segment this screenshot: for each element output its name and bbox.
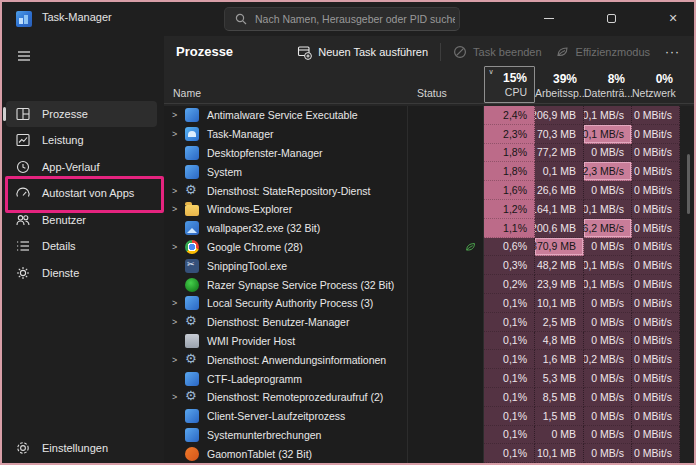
process-row[interactable]: Razer Synapse Service Process (32 Bit)0,… bbox=[164, 275, 694, 294]
expand-chevron-icon[interactable]: > bbox=[172, 129, 185, 139]
column-header-cpu[interactable]: ∨ 15%CPU bbox=[484, 66, 536, 103]
process-status-cell bbox=[408, 162, 484, 181]
column-header-name[interactable]: Name bbox=[164, 66, 408, 103]
process-rows: >Antimalware Service Executable2,4%206,9… bbox=[164, 106, 694, 463]
process-row[interactable]: >Antimalware Service Executable2,4%206,9… bbox=[164, 106, 694, 125]
disk-value-cell: 0 MB/s bbox=[584, 144, 632, 163]
process-row[interactable]: SnippingTool.exe0,3%48,2 MB0,1 MB/s0 MBi… bbox=[164, 256, 694, 275]
sidebar-item-benutzer[interactable]: Benutzer bbox=[6, 207, 157, 233]
sidebar-item-dienste[interactable]: Dienste bbox=[6, 260, 157, 286]
process-name-cell: >Task-Manager bbox=[164, 125, 408, 144]
sidebar: Prozesse Leistung App-Verlauf Autostart … bbox=[2, 36, 164, 463]
process-status-cell bbox=[408, 388, 484, 407]
process-row[interactable]: Client-Server-Laufzeitprozess0,1%1,5 MB0… bbox=[164, 407, 694, 426]
cpu-value-cell: 2,4% bbox=[484, 106, 536, 125]
process-name: Client-Server-Laufzeitprozess bbox=[207, 410, 345, 422]
app-history-icon bbox=[15, 159, 31, 175]
expand-chevron-icon[interactable]: > bbox=[172, 242, 185, 252]
process-row[interactable]: >Diensthost: StateRepository-Dienst1,6%2… bbox=[164, 181, 694, 200]
process-row[interactable]: CTF-Ladeprogramm0,1%5,3 MB0 MB/s0 MBit/s bbox=[164, 369, 694, 388]
expand-chevron-icon[interactable]: > bbox=[172, 110, 185, 120]
sidebar-item-app-verlauf[interactable]: App-Verlauf bbox=[6, 154, 157, 180]
process-status-cell bbox=[408, 332, 484, 351]
process-row[interactable]: >Google Chrome (28)0,6%1.870,9 MB0 MB/s0… bbox=[164, 238, 694, 257]
column-header-disk[interactable]: 8%Datenträ... bbox=[584, 66, 632, 103]
page-title: Prozesse bbox=[176, 44, 233, 59]
expand-chevron-icon[interactable]: > bbox=[172, 298, 185, 308]
process-name-cell: >Local Security Authority Process (3) bbox=[164, 294, 408, 313]
process-status-cell bbox=[408, 426, 484, 445]
minimize-button[interactable] bbox=[532, 2, 566, 34]
cpu-value-cell: 1,8% bbox=[484, 162, 536, 181]
more-options-button[interactable]: ··· bbox=[657, 45, 688, 59]
end-task-button[interactable]: Task beenden bbox=[446, 40, 549, 64]
sidebar-item-details[interactable]: Details bbox=[6, 233, 157, 259]
process-name: GaomonTablet (32 Bit) bbox=[207, 448, 312, 460]
cpu-value-cell: 1,6% bbox=[484, 181, 536, 200]
users-icon bbox=[15, 212, 31, 228]
expand-chevron-icon[interactable]: > bbox=[172, 355, 185, 365]
run-new-task-button[interactable]: Neuen Task ausführen bbox=[290, 40, 435, 64]
close-button[interactable]: ✕ bbox=[656, 2, 690, 34]
sidebar-item-prozesse[interactable]: Prozesse bbox=[6, 101, 157, 127]
sidebar-item-label: Einstellungen bbox=[42, 442, 108, 454]
process-row[interactable]: Systemunterbrechungen0,1%0 MB0 MB/s0 MBi… bbox=[164, 426, 694, 445]
column-header-status[interactable]: Status bbox=[408, 66, 484, 103]
row-gutter bbox=[680, 125, 694, 144]
hamburger-icon bbox=[16, 48, 32, 64]
cpu-value-cell: 0,1% bbox=[484, 332, 536, 351]
process-row[interactable]: System1,8%0,1 MB12,3 MB/s0 MBit/s bbox=[164, 162, 694, 181]
network-value-cell: 0 MBit/s bbox=[632, 219, 680, 238]
memory-value-cell: 200,6 MB bbox=[535, 219, 584, 238]
maximize-icon bbox=[607, 14, 616, 23]
vertical-scrollbar[interactable] bbox=[687, 154, 690, 214]
process-status-cell bbox=[408, 106, 484, 125]
process-name-cell: >Windows-Explorer bbox=[164, 200, 408, 219]
process-row[interactable]: WMI Provider Host0,1%4,8 MB0 MB/s0 MBit/… bbox=[164, 332, 694, 351]
cpu-value-cell: 0,1% bbox=[484, 407, 536, 426]
memory-value-cell: 5,3 MB bbox=[535, 369, 584, 388]
expand-chevron-icon[interactable]: > bbox=[172, 204, 185, 214]
sidebar-item-leistung[interactable]: Leistung bbox=[6, 127, 157, 153]
process-row[interactable]: >Diensthost: Anwendungsinformationen0,1%… bbox=[164, 350, 694, 369]
search-input[interactable] bbox=[255, 13, 455, 25]
cpu-value-cell: 0,1% bbox=[484, 313, 536, 332]
sidebar-item-autostart-von-apps[interactable]: Autostart von Apps bbox=[6, 180, 157, 206]
hamburger-menu-button[interactable] bbox=[12, 44, 36, 68]
process-row[interactable]: Desktopfenster-Manager1,8%77,2 MB0 MB/s0… bbox=[164, 144, 694, 163]
efficiency-mode-button[interactable]: Effizienzmodus bbox=[549, 40, 657, 64]
cpu-value-cell: 0,1% bbox=[484, 294, 536, 313]
network-value-cell: 0 MBit/s bbox=[632, 106, 680, 125]
column-header-network[interactable]: 0%Netzwerk bbox=[632, 66, 680, 103]
search-box[interactable] bbox=[224, 7, 460, 31]
gear-process-icon bbox=[185, 184, 199, 198]
process-row[interactable]: GaomonTablet (32 Bit)0,1%10,1 MB0 MB/s0 … bbox=[164, 444, 694, 463]
cpu-value-cell: 2,3% bbox=[484, 125, 536, 144]
process-row[interactable]: >Windows-Explorer1,2%164,1 MB0,1 MB/s0 M… bbox=[164, 200, 694, 219]
process-name: Diensthost: Benutzer-Manager bbox=[207, 316, 349, 328]
sidebar-item-label: Autostart von Apps bbox=[42, 187, 134, 199]
network-value-cell: 0 MBit/s bbox=[632, 369, 680, 388]
performance-icon bbox=[15, 132, 31, 148]
memory-value-cell: 23,9 MB bbox=[535, 275, 584, 294]
sidebar-item-label: Details bbox=[42, 240, 76, 252]
cpu-value-cell: 0,1% bbox=[484, 369, 536, 388]
expand-chevron-icon[interactable]: > bbox=[172, 317, 185, 327]
process-row[interactable]: >Diensthost: Benutzer-Manager0,1%2,5 MB0… bbox=[164, 313, 694, 332]
process-row[interactable]: >Local Security Authority Process (3)0,1… bbox=[164, 294, 694, 313]
process-row[interactable]: >Diensthost: Remoteprozeduraufruf (2)0,1… bbox=[164, 388, 694, 407]
row-gutter bbox=[680, 294, 694, 313]
process-row[interactable]: wallpaper32.exe (32 Bit)1,1%200,6 MB6,2 … bbox=[164, 219, 694, 238]
network-value-cell: 0 MBit/s bbox=[632, 388, 680, 407]
column-header-memory[interactable]: 39%Arbeitssp... bbox=[535, 66, 584, 103]
cpu-value-cell: 1,2% bbox=[484, 200, 536, 219]
process-row[interactable]: >Task-Manager2,3%70,3 MB0,1 MB/s0 MBit/s bbox=[164, 125, 694, 144]
expand-chevron-icon[interactable]: > bbox=[172, 186, 185, 196]
cpu-value-cell: 0,1% bbox=[484, 350, 536, 369]
expand-chevron-icon[interactable]: > bbox=[172, 392, 185, 402]
row-gutter bbox=[680, 256, 694, 275]
maximize-button[interactable] bbox=[594, 2, 628, 34]
sidebar-item-einstellungen[interactable]: Einstellungen bbox=[6, 435, 157, 461]
row-gutter bbox=[680, 332, 694, 351]
network-value-cell: 0 MBit/s bbox=[632, 332, 680, 351]
